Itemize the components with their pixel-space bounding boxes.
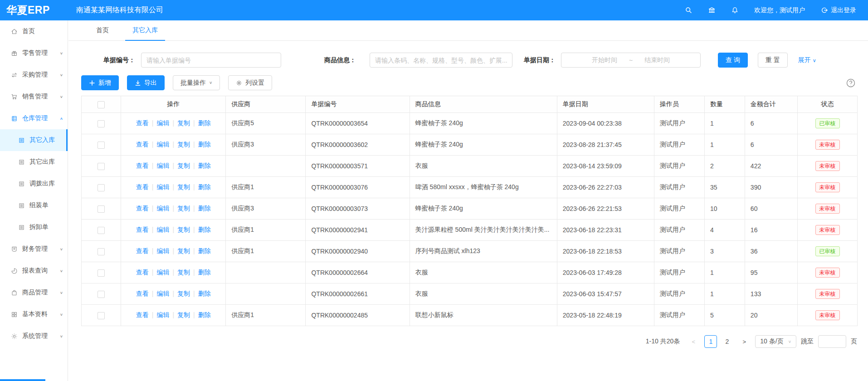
- action-view-link[interactable]: 查看: [136, 269, 149, 276]
- product-info-input[interactable]: [370, 53, 512, 68]
- action-copy-link[interactable]: 复制: [177, 290, 190, 297]
- row-checkbox[interactable]: [98, 184, 105, 191]
- action-copy-link[interactable]: 复制: [177, 205, 190, 212]
- action-view-link[interactable]: 查看: [136, 290, 149, 297]
- action-copy-link[interactable]: 复制: [177, 247, 190, 254]
- action-edit-link[interactable]: 编辑: [156, 226, 169, 233]
- tab-home[interactable]: 首页: [89, 20, 116, 40]
- action-edit-link[interactable]: 编辑: [156, 141, 169, 148]
- row-checkbox[interactable]: [98, 269, 105, 277]
- jump-page-input[interactable]: [818, 335, 846, 348]
- search-icon[interactable]: [685, 6, 692, 14]
- cell-status: 已审核: [798, 113, 858, 134]
- action-delete-link[interactable]: 删除: [198, 141, 211, 148]
- date-range-input[interactable]: 开始时间 ~ 结束时间: [561, 53, 701, 68]
- tab-other-inbound[interactable]: 其它入库: [125, 20, 165, 40]
- page-number-2[interactable]: 2: [721, 335, 733, 348]
- column-settings-button[interactable]: 列设置: [228, 75, 272, 90]
- row-checkbox[interactable]: [98, 248, 105, 255]
- plus-icon: [89, 80, 95, 86]
- row-checkbox[interactable]: [98, 120, 105, 127]
- date-end-placeholder[interactable]: 结束时间: [644, 56, 670, 64]
- prev-page-button[interactable]: <: [687, 335, 700, 348]
- action-view-link[interactable]: 查看: [136, 119, 149, 127]
- horizontal-scrollbar-thumb[interactable]: [0, 379, 45, 381]
- sidebar-item-9[interactable]: 拆卸单: [0, 216, 68, 238]
- action-view-link[interactable]: 查看: [136, 247, 149, 254]
- col-status: 状态: [798, 96, 858, 113]
- action-copy-link[interactable]: 复制: [177, 269, 190, 276]
- action-view-link[interactable]: 查看: [136, 226, 149, 233]
- sidebar-item-0[interactable]: 首页: [0, 20, 68, 42]
- action-copy-link[interactable]: 复制: [177, 183, 190, 190]
- data-table: 操作 供应商 单据编号 商品信息 单据日期 操作员 数量 金额合计 状态 查看|…: [81, 96, 857, 326]
- action-delete-link[interactable]: 删除: [198, 205, 211, 212]
- bell-icon[interactable]: [731, 6, 739, 14]
- sidebar-item-5[interactable]: 其它入库: [0, 129, 68, 151]
- select-all-checkbox[interactable]: [98, 101, 105, 108]
- sidebar-item-13[interactable]: 基本资料∨: [0, 303, 68, 325]
- add-button[interactable]: 新增: [81, 75, 119, 90]
- row-checkbox[interactable]: [98, 227, 105, 234]
- action-view-link[interactable]: 查看: [136, 183, 149, 190]
- action-copy-link[interactable]: 复制: [177, 119, 190, 127]
- logout-button[interactable]: 退出登录: [820, 6, 856, 15]
- status-badge: 未审核: [815, 310, 840, 320]
- help-icon[interactable]: [846, 78, 855, 88]
- sidebar-item-6[interactable]: 其它出库: [0, 151, 68, 173]
- action-edit-link[interactable]: 编辑: [156, 311, 169, 318]
- action-edit-link[interactable]: 编辑: [156, 162, 169, 169]
- action-view-link[interactable]: 查看: [136, 162, 149, 169]
- export-button[interactable]: 导出: [127, 75, 165, 90]
- action-edit-link[interactable]: 编辑: [156, 269, 169, 276]
- row-checkbox[interactable]: [98, 291, 105, 298]
- bill-no-input[interactable]: [141, 53, 281, 68]
- date-start-placeholder[interactable]: 开始时间: [592, 56, 617, 64]
- action-delete-link[interactable]: 删除: [198, 247, 211, 254]
- sidebar-item-10[interactable]: 财务管理∨: [0, 238, 68, 260]
- sidebar-item-1[interactable]: 零售管理∨: [0, 42, 68, 64]
- row-checkbox[interactable]: [98, 205, 105, 213]
- action-delete-link[interactable]: 删除: [198, 290, 211, 297]
- page-size-select[interactable]: 10 条/页 ∨: [755, 335, 796, 348]
- bank-icon[interactable]: [708, 6, 716, 14]
- action-edit-link[interactable]: 编辑: [156, 119, 169, 127]
- action-delete-link[interactable]: 删除: [198, 269, 211, 276]
- batch-actions-button[interactable]: 批量操作 ∨: [173, 75, 220, 90]
- page-number-1[interactable]: 1: [704, 335, 717, 348]
- cell-status: 未审核: [798, 220, 858, 241]
- action-delete-link[interactable]: 删除: [198, 162, 211, 169]
- action-delete-link[interactable]: 删除: [198, 311, 211, 318]
- action-edit-link[interactable]: 编辑: [156, 183, 169, 190]
- action-copy-link[interactable]: 复制: [177, 162, 190, 169]
- sidebar-item-12[interactable]: 商品管理∨: [0, 282, 68, 303]
- row-checkbox[interactable]: [98, 312, 105, 319]
- action-edit-link[interactable]: 编辑: [156, 247, 169, 254]
- row-checkbox[interactable]: [98, 163, 105, 170]
- sidebar-item-14[interactable]: 系统管理∨: [0, 325, 68, 347]
- expand-link[interactable]: 展开 ∨: [798, 56, 816, 64]
- action-view-link[interactable]: 查看: [136, 205, 149, 212]
- sidebar-item-7[interactable]: 调拨出库: [0, 173, 68, 195]
- search-form: 单据编号： 商品信息： 单据日期： 开始时间 ~ 结束时间 查 询 重 置 展开…: [103, 53, 868, 68]
- sidebar-item-2[interactable]: 采购管理∨: [0, 64, 68, 86]
- action-delete-link[interactable]: 删除: [198, 226, 211, 233]
- action-edit-link[interactable]: 编辑: [156, 290, 169, 297]
- cell-operator: 测试用户: [654, 262, 704, 283]
- sidebar-item-4[interactable]: 仓库管理∧: [0, 107, 68, 129]
- reset-button[interactable]: 重 置: [758, 53, 788, 68]
- sidebar-item-3[interactable]: 销售管理∨: [0, 86, 68, 107]
- sidebar-item-11[interactable]: 报表查询∨: [0, 260, 68, 282]
- query-button[interactable]: 查 询: [718, 53, 748, 68]
- sidebar-item-8[interactable]: 组装单: [0, 195, 68, 216]
- row-checkbox[interactable]: [98, 142, 105, 149]
- action-copy-link[interactable]: 复制: [177, 311, 190, 318]
- action-delete-link[interactable]: 删除: [198, 119, 211, 127]
- action-delete-link[interactable]: 删除: [198, 183, 211, 190]
- action-copy-link[interactable]: 复制: [177, 226, 190, 233]
- action-edit-link[interactable]: 编辑: [156, 205, 169, 212]
- action-view-link[interactable]: 查看: [136, 311, 149, 318]
- next-page-button[interactable]: >: [738, 335, 751, 348]
- action-copy-link[interactable]: 复制: [177, 141, 190, 148]
- action-view-link[interactable]: 查看: [136, 141, 149, 148]
